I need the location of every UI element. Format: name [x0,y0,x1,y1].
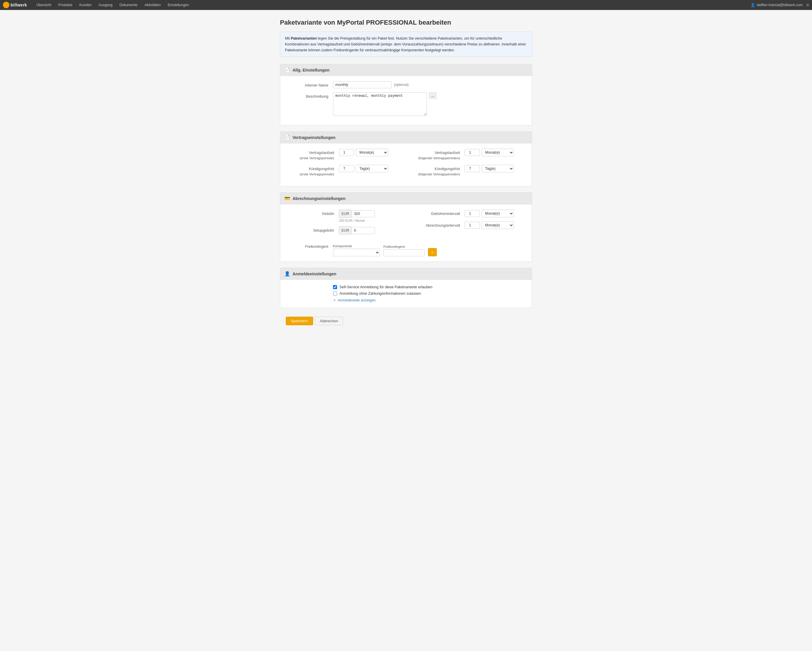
nav-ausgang[interactable]: Ausgang [95,0,116,10]
komponente-group: Komponente [333,244,380,256]
vertragseinstellungen-left: Vertragslaufzeit (erste Vertragsperiode)… [286,149,406,181]
brand-logo[interactable]: billwerk [3,2,27,8]
komponente-label: Komponente [333,244,380,248]
self-service-row: Self-Service Anmeldung für diese Paketva… [333,285,526,289]
section-abrechnungseinstellungen-body: Gebühr EUR 320 EUR / Monat Setupgebühr [280,205,532,261]
cancel-button[interactable]: Abbrechen [315,317,343,325]
gebuehrenintervall-input[interactable] [465,210,480,217]
beschreibung-row: Beschreibung monthly renewal, monthly pa… [286,92,526,116]
kuendigung-folgende-unit-select[interactable]: Tag(e) Monat(e) Woche(n) [482,165,514,173]
kuendigung-erste-label: Kündigungsfrist (erste Vertragsperiode) [286,165,339,177]
abrechnung-right: Gebührenintervall Monat(e) Jahr(e) Tag(e… [406,210,526,239]
beschreibung-label: Beschreibung [286,92,333,99]
save-button[interactable]: Speichern [286,317,313,325]
beschreibung-control: monthly renewal, monthly payment ... [333,92,526,116]
gebuehr-control: EUR 320 EUR / Monat [339,210,375,222]
section-allgemein-body: Interner Name (optional) Beschreibung mo… [280,76,532,125]
setupgebuehr-row: Setupgebühr EUR [286,226,400,235]
nav-einstellungen[interactable]: Einstellungen [164,0,192,10]
page-title: Paketvariante von MyPortal PROFESSIONAL … [280,19,532,26]
section-abrechnungseinstellungen-header: 💳 Abrechnungseinstellungen [280,193,532,205]
vertragseinstellungen-right: Vertragslaufzeit (folgende Vertragsperio… [406,149,526,181]
gebuehrenintervall-label: Gebührenintervall [412,210,465,217]
ohne-zahlung-checkbox[interactable] [333,292,337,296]
section-anmeldeeinstellungen-body: Self-Service Anmeldung für diese Paketva… [280,280,532,308]
setupgebuehr-label: Setupgebühr [286,226,339,234]
kuendigung-folgende-control: Tag(e) Monat(e) Woche(n) [465,165,514,173]
freikontingent-label: Freikontingent [286,243,333,249]
gebuehr-row: Gebühr EUR 320 EUR / Monat [286,210,400,222]
optional-label: (optional) [394,83,409,87]
section-anmeldeeinstellungen-title: Anmeldeeinstellungen [293,272,336,276]
laufzeit-erste-input[interactable] [339,149,354,156]
laufzeit-folgende-input[interactable] [465,149,480,156]
abrechnungsintervall-input[interactable] [465,222,480,229]
section-vertragseinstellungen-title: Vertragseinstellungen [293,135,335,140]
nav-kunden[interactable]: Kunden [76,0,95,10]
setupgebuehr-currency-label: EUR [339,226,351,235]
nav-ubersicht[interactable]: Übersicht [33,0,55,10]
section-vertragseinstellungen-body: Vertragslaufzeit (erste Vertragsperiode)… [280,144,532,186]
ohne-zahlung-row: Anmeldung ohne Zahlungsinformationen zul… [333,292,526,296]
kuendigung-folgende-label: Kündigungsfrist (folgende Vertragsperiod… [412,165,465,177]
laufzeit-erste-unit-select[interactable]: Monat(e) Jahr(e) Tag(e) Woche(n) [356,149,388,156]
gebuehr-subtext: 320 EUR / Monat [339,219,375,222]
freikontingent-amount-group: Freikontingent [383,245,424,256]
laufzeit-folgende-unit-select[interactable]: Monat(e) Jahr(e) Tag(e) Woche(n) [482,149,514,156]
laufzeit-erste-label: Vertragslaufzeit (erste Vertragsperiode) [286,149,339,161]
section-anmeldeeinstellungen: 👤 Anmeldeeinstellungen Self-Service Anme… [280,268,532,308]
section-abrechnungseinstellungen-icon: 💳 [284,196,290,201]
freikontingent-row: Freikontingent Komponente Freikontingent… [286,243,526,256]
nav-clock-icon[interactable]: ⊙ [806,3,809,7]
gebuehr-currency-wrap: EUR [339,210,375,218]
page-content: Paketvariante von MyPortal PROFESSIONAL … [274,19,538,331]
abrechnungsintervall-unit-select[interactable]: Monat(e) Jahr(e) Tag(e) [482,222,514,229]
freikontingent-add-button[interactable]: + [428,248,437,256]
gebuehr-currency-label: EUR [339,210,351,218]
setupgebuehr-control: EUR [339,226,375,235]
vertragseinstellungen-two-col: Vertragslaufzeit (erste Vertragsperiode)… [286,149,526,181]
nav-items: Übersicht Produkte Kunden Ausgang Dokume… [33,0,192,10]
kuendigung-folgende-row: Kündigungsfrist (folgende Vertragsperiod… [412,165,526,177]
gebuehrenintervall-row: Gebührenintervall Monat(e) Jahr(e) Tag(e… [412,210,526,217]
laufzeit-erste-control: Monat(e) Jahr(e) Tag(e) Woche(n) [339,149,388,156]
interner-name-input[interactable] [333,81,392,88]
freikontingent-amount-label: Freikontingent [383,245,424,248]
self-service-checkbox[interactable] [333,285,337,289]
gebuehrenintervall-unit-select[interactable]: Monat(e) Jahr(e) Tag(e) [482,210,514,217]
kuendigung-erste-unit-select[interactable]: Tag(e) Monat(e) Woche(n) [356,165,388,173]
info-box-text: legen Sie die Preisgestaltung für ein Pa… [285,37,526,52]
interner-name-row: Interner Name (optional) [286,81,526,88]
laufzeit-erste-row: Vertragslaufzeit (erste Vertragsperiode)… [286,149,400,161]
laufzeit-folgende-row: Vertragslaufzeit (folgende Vertragsperio… [412,149,526,161]
info-box: Mit Paketvarianten legen Sie die Preisge… [280,32,532,57]
user-icon: 👤 [751,3,755,7]
nav-right: 👤 steffen+tutorial@billwerk.com ⊙ [751,3,809,7]
nav-dokumente[interactable]: Dokumente [116,0,141,10]
laufzeit-folgende-label: Vertragslaufzeit (folgende Vertragsperio… [412,149,465,161]
desc-expand-button[interactable]: ... [429,92,436,99]
brand-name: billwerk [11,3,27,7]
nav-user-email: steffen+tutorial@billwerk.com [757,3,803,7]
gebuehr-input[interactable] [351,210,375,217]
kuendigung-folgende-input[interactable] [465,165,480,172]
setupgebuehr-input[interactable] [351,227,375,234]
abrechnungsintervall-label: Abrechnungsintervall [412,222,465,228]
abrechnungsintervall-row: Abrechnungsintervall Monat(e) Jahr(e) Ta… [412,222,526,229]
anmeldeseite-link[interactable]: Anmeldeseite anzeigen [338,298,376,303]
section-allgemein: 📄 Allg. Einstellungen Interner Name (opt… [280,64,532,125]
freikontingent-input[interactable] [383,249,424,256]
section-vertragseinstellungen-header: 📄 Vertragseinstellungen [280,131,532,144]
ohne-zahlung-label: Anmeldung ohne Zahlungsinformationen zul… [339,292,421,296]
beschreibung-textarea[interactable]: monthly renewal, monthly payment [333,92,427,116]
nav-user: 👤 steffen+tutorial@billwerk.com [751,3,803,7]
abrechnung-left: Gebühr EUR 320 EUR / Monat Setupgebühr [286,210,406,239]
kuendigung-erste-input[interactable] [339,165,354,172]
nav-aktivitaten[interactable]: Aktivitäten [141,0,164,10]
abrechnung-two-col: Gebühr EUR 320 EUR / Monat Setupgebühr [286,210,526,239]
nav-produkte[interactable]: Produkte [55,0,76,10]
komponente-select[interactable] [333,249,380,256]
interner-name-control: (optional) [333,81,526,88]
section-allgemein-title: Allg. Einstellungen [293,68,330,72]
interner-name-label: Interner Name [286,81,333,88]
